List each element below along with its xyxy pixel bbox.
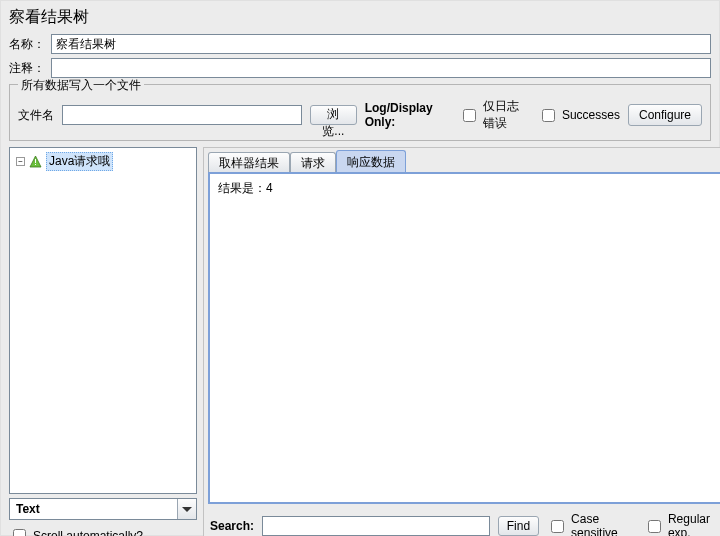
response-body[interactable]: 结果是：4	[208, 172, 720, 504]
name-input[interactable]	[51, 34, 711, 54]
view-results-tree-panel: 察看结果树 名称： 注释： 所有数据写入一个文件 文件名 浏览... Log/D…	[0, 0, 720, 536]
chevron-down-icon[interactable]	[177, 499, 196, 519]
logdisplay-label: Log/Display Only:	[365, 101, 451, 129]
search-label: Search:	[210, 519, 254, 533]
name-row: 名称：	[9, 34, 711, 54]
results-tree[interactable]: − Java请求哦	[9, 147, 197, 494]
scroll-auto-checkbox[interactable]: Scroll automatically?	[9, 526, 197, 536]
browse-button[interactable]: 浏览...	[310, 105, 357, 125]
name-label: 名称：	[9, 36, 45, 53]
tree-node[interactable]: − Java请求哦	[16, 152, 190, 171]
successes-checkbox[interactable]: Successes	[538, 106, 620, 125]
errors-only-checkbox[interactable]: 仅日志错误	[459, 98, 530, 132]
comment-input[interactable]	[51, 58, 711, 78]
scroll-auto-label: Scroll automatically?	[33, 529, 143, 537]
regex-label: Regular exp.	[668, 512, 720, 536]
filename-input[interactable]	[62, 105, 302, 125]
renderer-combo[interactable]	[9, 498, 197, 520]
warning-icon	[29, 155, 42, 168]
svg-rect-1	[35, 159, 36, 163]
tab-bar: 取样器结果 请求 响应数据	[204, 148, 720, 172]
svg-rect-2	[35, 164, 36, 165]
search-bar: Search: Find Case sensitive Regular exp.	[204, 508, 720, 536]
find-button[interactable]: Find	[498, 516, 539, 536]
tree-expand-icon[interactable]: −	[16, 157, 25, 166]
comment-label: 注释：	[9, 60, 45, 77]
successes-label: Successes	[562, 108, 620, 122]
left-pane: − Java请求哦 Scroll automatically?	[9, 147, 197, 536]
configure-button[interactable]: Configure	[628, 104, 702, 126]
tree-node-label: Java请求哦	[46, 152, 113, 171]
search-input[interactable]	[262, 516, 490, 536]
comment-row: 注释：	[9, 58, 711, 78]
file-output-legend: 所有数据写入一个文件	[18, 77, 144, 94]
tab-response-data[interactable]: 响应数据	[336, 150, 406, 172]
file-bar: 文件名 浏览... Log/Display Only: 仅日志错误 Succes…	[18, 98, 702, 132]
panel-title: 察看结果树	[9, 5, 711, 34]
tab-sampler-result[interactable]: 取样器结果	[208, 152, 290, 172]
file-output-group: 所有数据写入一个文件 文件名 浏览... Log/Display Only: 仅…	[9, 84, 711, 141]
case-sensitive-checkbox[interactable]: Case sensitive	[547, 512, 636, 536]
right-pane: 取样器结果 请求 响应数据 结果是：4 Search: Find Case se…	[203, 147, 720, 536]
regex-checkbox[interactable]: Regular exp.	[644, 512, 720, 536]
body-split: − Java请求哦 Scroll automatically? 取样器结果 请求…	[9, 147, 711, 536]
errors-only-label: 仅日志错误	[483, 98, 530, 132]
case-sensitive-label: Case sensitive	[571, 512, 636, 536]
renderer-value[interactable]	[10, 499, 177, 519]
tab-request[interactable]: 请求	[290, 152, 336, 172]
filename-label: 文件名	[18, 107, 54, 124]
